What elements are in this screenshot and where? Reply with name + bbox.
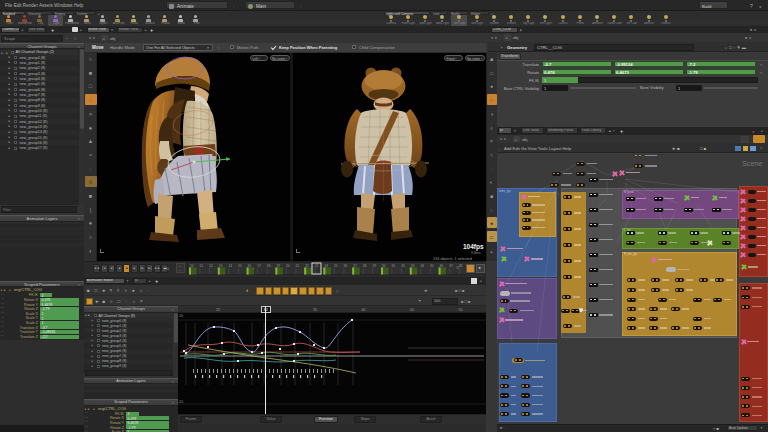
svg-text:36: 36 [440,264,444,268]
svg-text:23: 23 [315,264,319,268]
svg-text:33: 33 [411,264,415,268]
svg-text:20: 20 [286,264,290,268]
svg-text:31: 31 [392,264,396,268]
svg-text:28: 28 [363,264,367,268]
svg-text:22: 22 [305,264,309,268]
svg-text:38: 38 [459,264,463,268]
svg-text:12: 12 [209,264,213,268]
svg-text:16: 16 [248,264,252,268]
svg-text:21: 21 [296,264,300,268]
svg-text:24: 24 [324,264,328,268]
svg-text:13: 13 [219,264,223,268]
svg-text:35: 35 [430,264,434,268]
svg-text:11: 11 [200,264,204,268]
svg-text:25: 25 [334,264,338,268]
svg-text:14: 14 [228,264,232,268]
svg-text:37: 37 [449,264,453,268]
svg-text:26: 26 [344,264,348,268]
svg-text:30: 30 [382,264,386,268]
svg-text:32: 32 [401,264,405,268]
svg-text:17: 17 [257,264,261,268]
svg-text:15: 15 [238,264,242,268]
svg-text:18: 18 [267,264,271,268]
svg-text:19: 19 [276,264,280,268]
svg-text:34: 34 [420,264,424,268]
svg-text:27: 27 [353,264,357,268]
svg-text:10: 10 [190,264,194,268]
svg-text:29: 29 [372,264,376,268]
